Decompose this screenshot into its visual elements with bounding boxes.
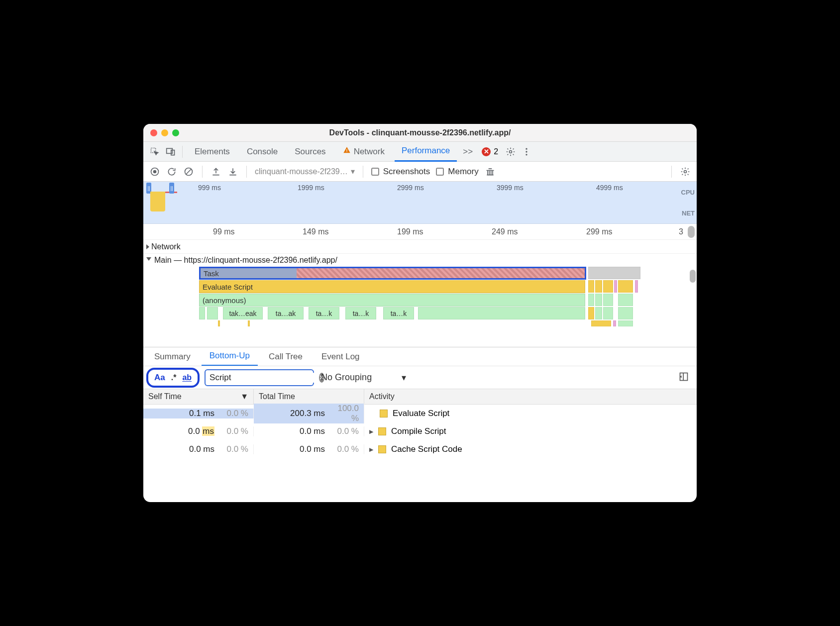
activity-bar[interactable] bbox=[618, 294, 633, 306]
col-self-time[interactable]: Self Time▼ bbox=[143, 389, 254, 404]
activity-bar[interactable] bbox=[613, 320, 616, 326]
ruler-tick: 99 ms bbox=[213, 227, 235, 236]
error-count: 2 bbox=[494, 147, 498, 156]
grouping-select[interactable]: No Grouping ▾ bbox=[319, 372, 408, 383]
cell-activity: ▶Compile Script bbox=[364, 426, 697, 436]
timeline-ruler: 99 ms 149 ms 199 ms 249 ms 299 ms 3 bbox=[143, 224, 697, 240]
svg-point-7 bbox=[525, 151, 527, 152]
separator bbox=[182, 146, 183, 158]
activity-bar[interactable] bbox=[248, 320, 250, 326]
minimize-window-button[interactable] bbox=[161, 129, 168, 136]
tab-call-tree[interactable]: Call Tree bbox=[261, 347, 311, 366]
clear-button[interactable] bbox=[183, 166, 194, 177]
activity-bar[interactable] bbox=[603, 307, 613, 319]
settings-icon[interactable] bbox=[504, 145, 517, 158]
call-bar[interactable] bbox=[207, 307, 218, 319]
col-activity[interactable]: Activity bbox=[364, 389, 697, 404]
right-handle[interactable]: || bbox=[169, 183, 174, 194]
activity-bar[interactable] bbox=[588, 280, 594, 293]
profile-selector[interactable]: clinquant-mousse-2f239… ▾ bbox=[255, 167, 355, 176]
task-bar[interactable]: Task bbox=[199, 267, 586, 280]
activity-bar[interactable] bbox=[595, 280, 602, 293]
errors-badge[interactable]: ✕ 2 bbox=[479, 147, 501, 156]
tab-summary[interactable]: Summary bbox=[146, 347, 199, 366]
activity-bar[interactable] bbox=[218, 320, 220, 326]
activity-bar[interactable] bbox=[595, 307, 602, 319]
cell-activity: Evaluate Script bbox=[364, 409, 697, 418]
svg-rect-3 bbox=[346, 149, 347, 151]
close-window-button[interactable] bbox=[150, 129, 157, 136]
tab-network-label: Network bbox=[354, 147, 385, 157]
tab-elements[interactable]: Elements bbox=[188, 142, 237, 162]
ruler-tick: 199 ms bbox=[397, 227, 423, 236]
scrollbar-thumb[interactable] bbox=[690, 270, 696, 283]
download-profile-button[interactable] bbox=[227, 166, 238, 177]
memory-label: Memory bbox=[448, 167, 478, 177]
table-row[interactable]: 0.1 ms0.0 %200.3 ms100.0 %Evaluate Scrip… bbox=[143, 405, 697, 422]
timeline-overview[interactable]: || || 999 ms 1999 ms 2999 ms 3999 ms 499… bbox=[143, 182, 697, 224]
call-bar[interactable] bbox=[199, 307, 205, 319]
col-total-time[interactable]: Total Time bbox=[254, 389, 364, 404]
tabs-overflow-button[interactable]: >> bbox=[460, 147, 476, 157]
activity-bar[interactable] bbox=[591, 320, 611, 326]
scrollbar-thumb[interactable] bbox=[688, 226, 695, 238]
table-row[interactable]: 0.0 ms0.0 %0.0 ms0.0 %▶Compile Script bbox=[143, 422, 697, 440]
expand-icon[interactable]: ▶ bbox=[369, 446, 373, 453]
activity-color-swatch bbox=[378, 445, 386, 453]
activity-bar[interactable] bbox=[618, 307, 633, 319]
activity-bar[interactable] bbox=[588, 307, 594, 319]
table-row[interactable]: 0.0 ms0.0 %0.0 ms0.0 %▶Cache Script Code bbox=[143, 440, 697, 458]
call-bar[interactable]: ta…k bbox=[309, 307, 339, 319]
network-track-header[interactable]: Network bbox=[143, 240, 697, 254]
main-track-header[interactable]: Main — https://clinquant-mousse-2f2396.n… bbox=[143, 254, 697, 267]
long-task-stripe bbox=[297, 268, 585, 278]
kebab-menu-icon[interactable] bbox=[520, 145, 533, 158]
svg-rect-2 bbox=[171, 150, 175, 155]
reload-record-button[interactable] bbox=[166, 166, 177, 177]
call-bar[interactable]: ta…k bbox=[345, 307, 376, 319]
tab-network[interactable]: Network bbox=[336, 142, 392, 162]
activity-bar[interactable] bbox=[588, 294, 594, 306]
inspect-element-icon[interactable] bbox=[148, 145, 161, 158]
regex-toggle[interactable]: .* bbox=[171, 373, 177, 382]
separator bbox=[202, 166, 203, 178]
separator bbox=[671, 166, 672, 178]
anonymous-bar[interactable]: (anonymous) bbox=[199, 294, 585, 307]
profile-selector-label: clinquant-mousse-2f239… bbox=[255, 167, 348, 176]
maximize-window-button[interactable] bbox=[172, 129, 179, 136]
activity-bar[interactable] bbox=[618, 280, 633, 293]
record-button[interactable] bbox=[149, 166, 160, 177]
activity-bar[interactable] bbox=[603, 280, 613, 293]
activity-bar[interactable] bbox=[595, 294, 602, 306]
activity-bar[interactable] bbox=[635, 280, 638, 293]
activity-bar[interactable] bbox=[603, 294, 613, 306]
capture-settings-icon[interactable] bbox=[680, 166, 691, 177]
call-bar[interactable]: tak…eak bbox=[223, 307, 263, 319]
call-bar[interactable]: ta…ak bbox=[268, 307, 304, 319]
activity-bar[interactable] bbox=[614, 280, 617, 293]
device-toolbar-icon[interactable] bbox=[164, 145, 177, 158]
memory-checkbox[interactable]: Memory bbox=[436, 167, 478, 177]
ruler-tick: 249 ms bbox=[492, 227, 518, 236]
garbage-collect-button[interactable] bbox=[485, 166, 496, 177]
expand-icon[interactable]: ▶ bbox=[369, 428, 373, 435]
tab-sources[interactable]: Sources bbox=[288, 142, 332, 162]
call-bar[interactable] bbox=[418, 307, 585, 319]
activity-bar[interactable] bbox=[588, 267, 640, 279]
toggle-side-panel-button[interactable] bbox=[679, 372, 694, 384]
flame-chart[interactable]: Network Main — https://clinquant-mousse-… bbox=[143, 240, 697, 347]
upload-profile-button[interactable] bbox=[210, 166, 221, 177]
anonymous-label: (anonymous) bbox=[203, 296, 246, 305]
screenshots-checkbox[interactable]: Screenshots bbox=[371, 167, 430, 177]
table-header: Self Time▼ Total Time Activity bbox=[143, 389, 697, 405]
evaluate-script-bar[interactable]: Evaluate Script bbox=[199, 280, 585, 293]
call-bar[interactable]: ta…k bbox=[383, 307, 414, 319]
whole-word-toggle[interactable]: ab bbox=[182, 373, 192, 382]
tab-console[interactable]: Console bbox=[240, 142, 285, 162]
activity-bar[interactable] bbox=[618, 320, 633, 326]
match-case-toggle[interactable]: Aa bbox=[154, 373, 165, 383]
filter-input[interactable] bbox=[210, 373, 315, 383]
tab-event-log[interactable]: Event Log bbox=[314, 347, 368, 366]
tab-bottom-up[interactable]: Bottom-Up bbox=[202, 347, 258, 366]
tab-performance[interactable]: Performance bbox=[395, 142, 457, 162]
